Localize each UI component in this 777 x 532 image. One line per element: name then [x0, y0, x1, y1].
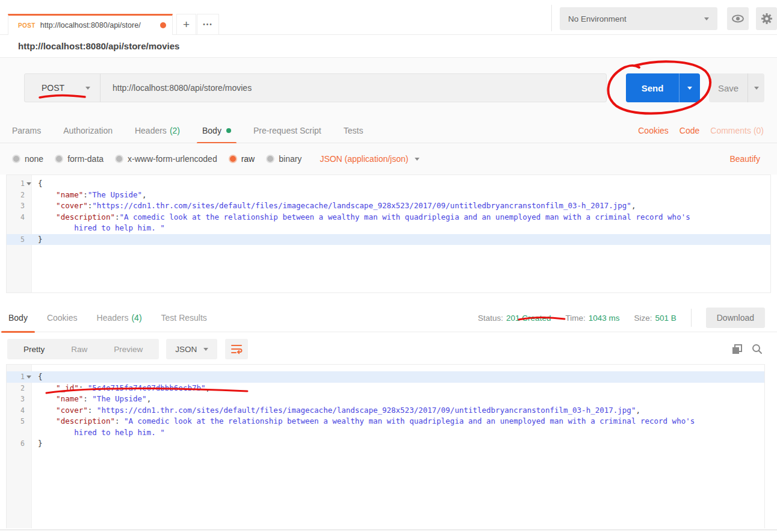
line-number: 2 [7, 383, 32, 394]
body-mode-none[interactable]: none [12, 154, 43, 164]
code-link[interactable]: Code [679, 126, 699, 135]
send-label: Send [626, 73, 679, 102]
send-options-caret[interactable] [679, 73, 700, 102]
radio-icon [266, 155, 274, 163]
tab-url-label: http://localhost:8080/api/store/ [40, 21, 156, 29]
line-number [7, 427, 32, 439]
download-button[interactable]: Download [706, 308, 765, 328]
code-line: 2 "name":"The Upside", [7, 190, 770, 201]
request-builder: POST http://localhost:8080/api/store/mov… [0, 58, 777, 118]
code-text: "description": "A comedic look at the re… [32, 416, 695, 427]
tab-label: Body [202, 126, 221, 135]
tab-tests[interactable]: Tests [344, 118, 364, 143]
content-type-select[interactable]: JSON (application/json) [320, 154, 419, 164]
request-tab[interactable]: POST http://localhost:8080/api/store/ [8, 14, 173, 35]
environment-preview-button[interactable] [727, 7, 749, 30]
url-value: http://localhost:8080/api/store/movies [113, 83, 252, 93]
body-mode-raw[interactable]: raw [229, 154, 255, 164]
method-select[interactable]: POST [25, 74, 101, 102]
new-tab-button[interactable]: + [176, 14, 196, 35]
code-text: { [32, 178, 43, 190]
radio-icon [55, 155, 63, 163]
view-mode-preview[interactable]: Preview [101, 345, 156, 354]
response-tab-headers[interactable]: Headers(4) [97, 304, 142, 332]
time-label: Time: [565, 314, 585, 323]
save-button[interactable]: Save [709, 73, 764, 102]
header-divider [551, 5, 552, 31]
headers-count: (2) [170, 126, 180, 135]
wrap-lines-button[interactable] [225, 339, 248, 359]
fold-caret-icon[interactable] [26, 182, 31, 185]
tab-label: Body [8, 313, 28, 323]
send-button[interactable]: Send [626, 73, 700, 102]
url-input[interactable]: http://localhost:8080/api/store/movies [101, 74, 606, 102]
response-toolbar: Pretty Raw Preview JSON [0, 335, 777, 363]
body-mode-label: x-www-form-urlencoded [128, 154, 217, 164]
cookies-link[interactable]: Cookies [638, 126, 669, 135]
response-tab-cookies[interactable]: Cookies [47, 304, 78, 332]
request-body-editor[interactable]: 1{2 "name":"The Upside",3 "cover":"https… [6, 175, 771, 293]
code-line: 2 "_id": "5c4e715fa74c07dbbb6ecb7b", [7, 383, 764, 394]
beautify-link[interactable]: Beautify [729, 154, 777, 164]
code-line: 3 "cover":"https://cdn1.thr.com/sites/de… [7, 200, 770, 212]
status-value: 201 Created [506, 314, 551, 323]
radio-icon [12, 155, 20, 163]
body-mode-urlencoded[interactable]: x-www-form-urlencoded [115, 154, 217, 164]
status-label: Status: [478, 314, 503, 323]
chevron-down-icon [85, 87, 90, 90]
response-actions [732, 344, 777, 354]
method-label: POST [42, 83, 64, 93]
save-label: Save [709, 73, 748, 102]
line-number: 5 [7, 416, 32, 427]
chevron-down-icon [203, 348, 208, 351]
response-format-select[interactable]: JSON [166, 339, 217, 359]
code-text: hired to help him. " [32, 427, 165, 439]
body-mode-form-data[interactable]: form-data [55, 154, 104, 164]
code-line: 4 "description":"A comedic look at the r… [7, 212, 770, 223]
view-mode-raw[interactable]: Raw [58, 345, 101, 354]
settings-button[interactable] [756, 7, 777, 30]
more-tabs-button[interactable]: ••• [197, 14, 219, 35]
response-body-editor[interactable]: 1{2 "_id": "5c4e715fa74c07dbbb6ecb7b",3 … [6, 364, 765, 528]
chevron-down-icon [754, 87, 759, 90]
save-options-caret[interactable] [748, 73, 764, 102]
body-type-options: none form-data x-www-form-urlencoded raw… [0, 143, 777, 175]
body-mode-label: raw [241, 154, 255, 164]
search-icon[interactable] [752, 344, 763, 354]
gear-icon [761, 13, 773, 25]
response-meta-bar: Body Cookies Headers(4) Test Results Sta… [0, 304, 777, 332]
environment-select[interactable]: No Environment [560, 7, 717, 30]
tab-params[interactable]: Params [12, 118, 41, 143]
code-text: "cover": "https://cdn1.thr.com/sites/def… [32, 405, 640, 416]
size-metric: Size:501 B [634, 314, 676, 323]
request-title: http://localhost:8080/api/store/movies [0, 35, 777, 58]
copy-icon[interactable] [732, 344, 742, 354]
tab-authorization[interactable]: Authorization [63, 118, 113, 143]
line-number: 5 [7, 234, 32, 246]
body-mode-binary[interactable]: binary [266, 154, 302, 164]
postman-app: POST http://localhost:8080/api/store/ + … [0, 0, 777, 532]
size-value: 501 B [655, 314, 676, 323]
status-metric: Status:201 Created [478, 314, 551, 323]
wrap-text-icon [231, 344, 243, 354]
top-bar: POST http://localhost:8080/api/store/ + … [0, 0, 777, 35]
view-mode-pretty[interactable]: Pretty [10, 345, 58, 354]
line-number: 3 [7, 200, 32, 212]
tab-pre-request-script[interactable]: Pre-request Script [253, 118, 321, 143]
request-title-text: http://localhost:8080/api/store/movies [18, 41, 179, 51]
tab-headers[interactable]: Headers(2) [135, 118, 180, 143]
chevron-down-icon [687, 87, 692, 90]
response-metrics: Status:201 Created Time:1043 ms Size:501… [478, 308, 777, 328]
tab-body[interactable]: Body [202, 118, 231, 143]
tab-label: Headers [97, 313, 129, 323]
tab-label: Headers [135, 126, 167, 135]
code-text: "description":"A comedic look at the rel… [32, 212, 690, 223]
response-tab-body[interactable]: Body [8, 304, 28, 332]
code-text: "name": "The Upside", [32, 394, 151, 405]
fold-caret-icon[interactable] [26, 376, 31, 379]
request-tabs: Params Authorization Headers(2) Body Pre… [0, 118, 777, 143]
comments-link[interactable]: Comments (0) [710, 126, 764, 135]
line-number: 6 [7, 438, 32, 450]
response-tab-test-results[interactable]: Test Results [161, 304, 207, 332]
code-line: 1{ [7, 178, 770, 190]
